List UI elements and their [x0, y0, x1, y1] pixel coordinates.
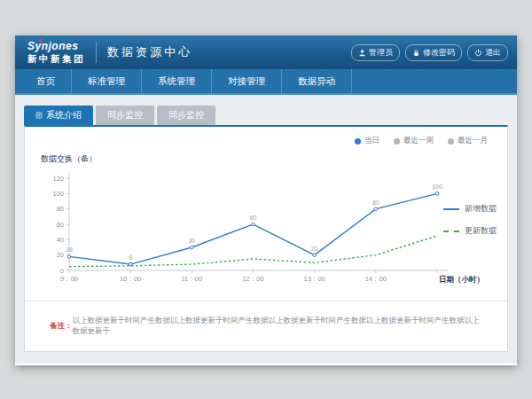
legend-dot-icon: [448, 138, 454, 145]
nav-item-home[interactable]: 首页: [20, 69, 72, 93]
series-label: 更新数据: [465, 225, 497, 237]
tab-label: 同步监控: [107, 109, 143, 121]
svg-text:18: 18: [66, 246, 73, 253]
svg-text:120: 120: [52, 175, 64, 183]
admin-user-label: 管理员: [369, 47, 393, 59]
tab-system-intro[interactable]: 系统介绍: [24, 106, 93, 125]
legend-item-updated-data[interactable]: 更新数据: [443, 225, 497, 237]
svg-text:0: 0: [60, 267, 64, 275]
app-title: 数据资源中心: [107, 44, 192, 60]
company-name: 新中新集团: [27, 54, 85, 65]
admin-user-button[interactable]: 管理员: [351, 44, 400, 61]
series-swatch: [443, 208, 459, 210]
logout-button[interactable]: 退出: [467, 44, 508, 61]
svg-text:100: 100: [52, 190, 64, 198]
logo-red-dot-icon: [39, 39, 43, 43]
footnote-text: 以上数据更新于时间产生数据以上数据更新于时间产生数据以上数据更新于时间产生数据以…: [73, 316, 483, 337]
svg-text:9：00: 9：00: [60, 275, 78, 283]
legend-label: 最近一周: [403, 136, 434, 146]
main-nav: 首页 标准管理 系统管理 对接管理 数据异动: [15, 69, 517, 95]
user-icon: [358, 49, 366, 57]
legend-label: 当日: [364, 136, 379, 146]
legend-item-new-data[interactable]: 新增数据: [443, 203, 497, 215]
change-password-label: 修改密码: [423, 47, 455, 59]
nav-item-system-management[interactable]: 系统管理: [142, 69, 212, 93]
content-area: 系统介绍 同步监控 同步监控 当日 最近一周: [15, 95, 517, 364]
brand-name: Synjones: [27, 41, 85, 52]
tab-sync-monitor-2[interactable]: 同步监控: [157, 106, 215, 125]
legend-dot-icon: [394, 138, 400, 145]
legend-item-last-month[interactable]: 最近一月: [448, 136, 488, 146]
svg-text:60: 60: [57, 221, 64, 229]
svg-text:8: 8: [129, 254, 132, 261]
svg-text:12：00: 12：00: [242, 275, 263, 283]
power-icon: [474, 49, 482, 57]
tab-sync-monitor-1[interactable]: 同步监控: [96, 106, 154, 125]
time-range-legend: 当日 最近一周 最近一月: [355, 136, 488, 146]
nav-item-integration-management[interactable]: 对接管理: [212, 69, 282, 93]
svg-text:40: 40: [57, 236, 64, 244]
logout-label: 退出: [485, 47, 501, 59]
svg-text:14：00: 14：00: [365, 275, 387, 283]
svg-text:60: 60: [250, 215, 257, 221]
footnote: 备注： 以上数据更新于时间产生数据以上数据更新于时间产生数据以上数据更新于时间产…: [25, 301, 507, 351]
header-divider: [96, 42, 97, 63]
svg-text:100: 100: [432, 184, 442, 190]
nav-item-data-change[interactable]: 数据异动: [282, 69, 352, 93]
svg-text:13：00: 13：00: [304, 275, 325, 283]
svg-text:80: 80: [372, 200, 379, 206]
legend-item-last-week[interactable]: 最近一周: [394, 136, 434, 146]
legend-label: 最近一月: [458, 136, 488, 146]
chart-area: 0204060801001209：0010：0011：0012：0013：001…: [43, 168, 486, 306]
tab-bar: 系统介绍 同步监控 同步监控: [15, 95, 517, 125]
desktop-canvas: Synjones 新中新集团 数据资源中心 管理员 修改密码: [0, 0, 532, 399]
svg-text:11：00: 11：00: [182, 275, 203, 283]
svg-text:10：00: 10：00: [120, 275, 141, 283]
svg-text:20: 20: [57, 251, 64, 259]
legend-item-today[interactable]: 当日: [355, 136, 379, 146]
legend-dot-icon: [355, 138, 361, 145]
tab-label: 同步监控: [168, 109, 204, 121]
series-swatch: [443, 231, 459, 232]
svg-text:20: 20: [311, 246, 318, 252]
chart-panel: 当日 最近一周 最近一月 数据交换（条） 0204060801001209：00…: [24, 125, 508, 352]
svg-text:30: 30: [188, 238, 195, 244]
series-label: 新增数据: [465, 203, 497, 215]
document-icon: [35, 112, 43, 119]
svg-text:80: 80: [57, 205, 64, 213]
lock-icon: [412, 49, 420, 57]
series-legend: 新增数据 更新数据: [443, 203, 497, 237]
y-axis-title: 数据交换（条）: [41, 153, 97, 165]
tab-label: 系统介绍: [46, 109, 82, 121]
footnote-label: 备注：: [50, 321, 73, 332]
brand-logo: Synjones 新中新集团: [27, 41, 85, 65]
app-header: Synjones 新中新集团 数据资源中心 管理员 修改密码: [15, 35, 517, 69]
nav-item-standard-management[interactable]: 标准管理: [72, 69, 142, 93]
change-password-button[interactable]: 修改密码: [405, 44, 462, 61]
header-actions: 管理员 修改密码 退出: [351, 44, 508, 61]
line-chart: 0204060801001209：0010：0011：0012：0013：001…: [43, 168, 486, 302]
svg-text:日期（小时）: 日期（小时）: [439, 275, 484, 284]
app-window: Synjones 新中新集团 数据资源中心 管理员 修改密码: [15, 35, 517, 365]
